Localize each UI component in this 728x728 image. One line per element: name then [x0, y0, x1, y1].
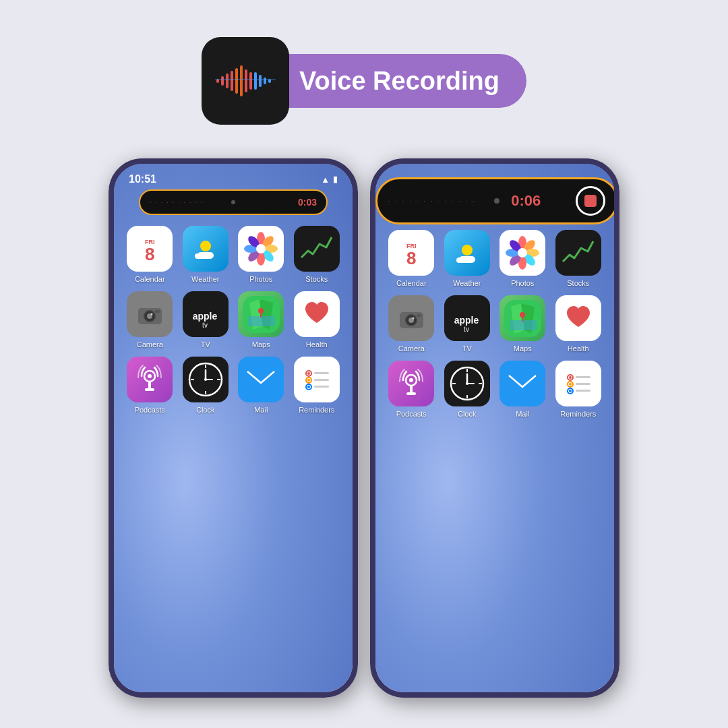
photos-label-right: Photos: [511, 279, 534, 287]
svg-point-53: [307, 372, 310, 375]
svg-rect-54: [314, 372, 329, 374]
dynamic-island-left: · · · · · · · · · · 0:03: [139, 189, 328, 215]
reminders-label-left: Reminders: [299, 406, 334, 414]
tv-icon-right: apple tv: [444, 295, 490, 341]
app-item-calendar-right[interactable]: FRI 8 Calendar: [388, 230, 435, 287]
header-section: Voice Recording: [202, 37, 526, 125]
app-item-camera-left[interactable]: Camera: [126, 291, 174, 348]
app-icon: [202, 37, 289, 125]
svg-point-97: [466, 382, 468, 385]
podcasts-icon-right: [388, 361, 434, 406]
svg-text:tv: tv: [202, 322, 208, 329]
svg-rect-10: [259, 75, 262, 87]
app-item-photos-left[interactable]: Photos: [237, 226, 285, 283]
svg-rect-7: [249, 72, 252, 90]
svg-rect-8: [215, 80, 276, 80]
health-icon-right: [555, 295, 601, 341]
health-label-left: Health: [306, 340, 328, 348]
app-item-clock-left[interactable]: Clock: [182, 357, 230, 414]
svg-rect-9: [254, 72, 257, 90]
power-button-right: [619, 275, 619, 326]
app-item-tv-left[interactable]: apple tv TV: [182, 291, 230, 348]
clock-label-right: Clock: [458, 410, 477, 418]
svg-point-13: [200, 241, 211, 251]
app-item-health-left[interactable]: Health: [293, 291, 341, 348]
app-item-stocks-right[interactable]: Stocks: [555, 230, 603, 287]
mute-button-left: [109, 224, 109, 243]
cal-date-right: 8: [406, 249, 416, 267]
status-spacer-right: [375, 164, 614, 173]
podcasts-icon-left: [127, 357, 173, 402]
recording-time-right: 0:06: [511, 192, 541, 210]
reminders-icon-right: [555, 361, 601, 406]
phone-left: 10:51 ▲ ▮ · · · · · · · · · · 0:03: [109, 158, 358, 698]
tv-label-right: TV: [462, 344, 472, 353]
app-item-reminders-left[interactable]: Reminders: [293, 357, 341, 414]
maps-icon-right: [499, 295, 545, 341]
page-title: Voice Recording: [299, 67, 499, 96]
app-item-mail-left[interactable]: Mail: [237, 357, 285, 414]
svg-point-61: [462, 245, 473, 255]
health-label-right: Health: [568, 344, 589, 353]
mail-icon-right: [499, 361, 545, 406]
calendar-icon-left: FRI 8: [127, 226, 173, 272]
tv-label-left: TV: [201, 340, 210, 348]
stop-record-button[interactable]: [576, 186, 605, 216]
svg-point-59: [307, 386, 310, 388]
clock-label-left: Clock: [196, 406, 215, 414]
app-item-mail-right[interactable]: Mail: [499, 361, 547, 418]
recording-time-left: 0:03: [298, 197, 317, 208]
app-item-photos-right[interactable]: Photos: [499, 230, 547, 287]
svg-point-56: [307, 379, 310, 382]
svg-point-24: [256, 244, 266, 253]
phone-right: · · · · · · · · · · · · · 0:06 FRI 8 Cal…: [370, 158, 619, 698]
app-item-podcasts-left[interactable]: Podcasts: [126, 357, 174, 414]
weather-label-left: Weather: [191, 275, 219, 283]
stocks-icon-right: [555, 230, 601, 276]
podcasts-label-right: Podcasts: [396, 410, 427, 418]
svg-rect-107: [576, 390, 590, 392]
volume-down-right: [370, 292, 371, 322]
app-grid-left: FRI 8 Calendar Weather: [114, 215, 353, 425]
stocks-label-right: Stocks: [567, 279, 589, 287]
camera-dot-right: [494, 198, 499, 204]
svg-rect-11: [264, 78, 266, 84]
svg-point-100: [569, 376, 572, 379]
camera-icon-right: [388, 295, 434, 341]
svg-point-77: [412, 317, 414, 319]
app-item-stocks-left[interactable]: Stocks: [293, 226, 341, 283]
app-item-clock-right[interactable]: Clock: [444, 361, 491, 418]
camera-dot-left: [231, 200, 235, 204]
app-item-calendar-left[interactable]: FRI 8 Calendar: [126, 226, 174, 283]
volume-up-left: [109, 251, 109, 282]
maps-label-left: Maps: [252, 340, 270, 348]
camera-label-left: Camera: [137, 340, 163, 348]
podcasts-label-left: Podcasts: [135, 406, 165, 414]
cal-date-left: 8: [145, 245, 154, 263]
svg-point-50: [204, 378, 207, 381]
app-item-camera-right[interactable]: Camera: [388, 295, 435, 353]
power-button-left: [357, 275, 358, 326]
app-item-health-right[interactable]: Health: [555, 295, 603, 353]
app-item-reminders-right[interactable]: Reminders: [555, 361, 603, 418]
svg-rect-12: [268, 79, 271, 83]
wifi-icon-left: ▲: [321, 175, 330, 185]
app-item-weather-left[interactable]: Weather: [182, 226, 230, 283]
svg-rect-78: [417, 314, 421, 317]
app-item-maps-right[interactable]: Maps: [499, 295, 547, 353]
svg-rect-5: [240, 65, 243, 96]
clock-icon-left: [183, 357, 229, 402]
svg-point-40: [148, 374, 152, 378]
svg-rect-6: [245, 69, 247, 92]
weather-icon-right: [444, 230, 490, 276]
maps-icon-left: [238, 291, 284, 337]
app-item-podcasts-right[interactable]: Podcasts: [388, 361, 435, 418]
mute-button-right: [370, 224, 371, 243]
app-item-maps-left[interactable]: Maps: [237, 291, 285, 348]
app-item-weather-right[interactable]: Weather: [444, 230, 491, 287]
calendar-label-right: Calendar: [396, 279, 427, 287]
health-icon-left: [294, 291, 340, 337]
app-item-tv-right[interactable]: apple tv TV: [444, 295, 491, 353]
status-icons-left: ▲ ▮: [321, 175, 338, 185]
status-time-left: 10:51: [129, 173, 156, 185]
